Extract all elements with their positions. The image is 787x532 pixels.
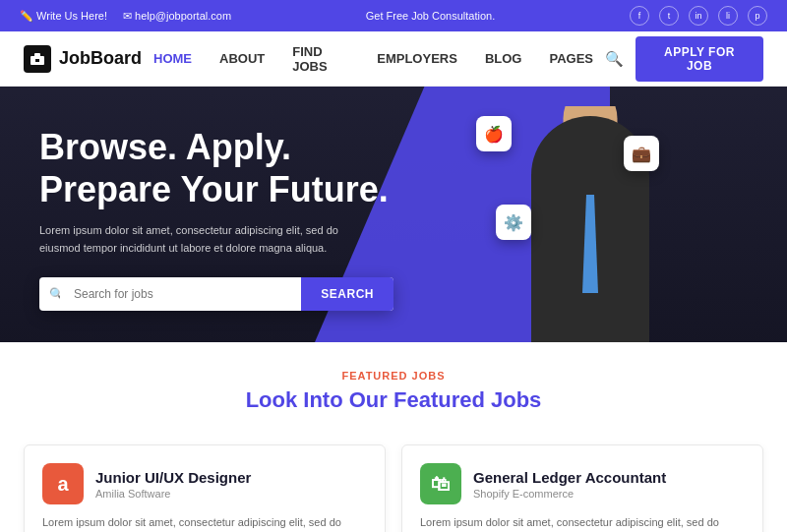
hero-content: Browse. Apply. Prepare Your Future. Lore…: [39, 126, 394, 311]
jobs-grid: a Junior UI/UX Designer Amilia Software …: [0, 429, 787, 532]
job-info: General Ledger Accountant Shopify E-comm…: [473, 469, 666, 500]
nav-pages[interactable]: PAGES: [537, 45, 605, 72]
job-logo-amilia: a: [42, 463, 84, 504]
featured-title: Look Into Our Featured Jobs: [24, 387, 763, 413]
consultation-text: Get Free Job Consultation.: [366, 10, 495, 22]
search-icon[interactable]: 🔍: [605, 50, 624, 68]
main-nav: HOME ABOUT FIND JOBS EMPLOYERS BLOG PAGE…: [142, 38, 605, 80]
apply-for-job-button[interactable]: APPLY FOR JOB: [636, 36, 763, 82]
pinterest-icon[interactable]: p: [748, 6, 767, 26]
logo-icon: [24, 45, 51, 73]
nav-about[interactable]: ABOUT: [208, 45, 276, 72]
person-tie: [580, 195, 600, 293]
job-search-bar: 🔍 SEARCH: [39, 277, 394, 311]
job-title: Junior UI/UX Designer: [95, 469, 251, 486]
nav-blog[interactable]: BLOG: [473, 45, 534, 72]
job-description: Lorem ipsum dolor sit amet, consectetur …: [42, 514, 367, 532]
nav-actions: 🔍 APPLY FOR JOB: [605, 36, 763, 82]
search-input[interactable]: [60, 277, 301, 311]
featured-section: FEATURED JOBS Look Into Our Featured Job…: [0, 342, 787, 429]
logo[interactable]: JobBoard: [24, 45, 142, 73]
facebook-icon[interactable]: f: [630, 6, 649, 26]
email-label: ✉ help@jobportal.com: [123, 10, 231, 23]
job-info: Junior UI/UX Designer Amilia Software: [95, 469, 251, 500]
job-card: a Junior UI/UX Designer Amilia Software …: [24, 444, 386, 532]
apple-icon: 🍎: [484, 125, 504, 144]
instagram-icon[interactable]: in: [689, 6, 708, 26]
featured-label: FEATURED JOBS: [24, 370, 763, 382]
hero-subtitle: Lorem ipsum dolor sit amet, consectetur …: [39, 222, 354, 257]
svg-rect-2: [35, 59, 39, 62]
job-company: Amilia Software: [95, 488, 251, 500]
top-bar-left: ✏️ Write Us Here! ✉ help@jobportal.com: [20, 10, 231, 23]
svg-rect-1: [34, 53, 40, 57]
gear-icon: ⚙️: [504, 213, 523, 232]
nav-employers[interactable]: EMPLOYERS: [365, 45, 469, 72]
float-icon-briefcase: 💼: [624, 136, 659, 171]
header: JobBoard HOME ABOUT FIND JOBS EMPLOYERS …: [0, 31, 787, 87]
write-us-label: ✏️ Write Us Here!: [20, 10, 107, 23]
top-bar: ✏️ Write Us Here! ✉ help@jobportal.com G…: [0, 0, 787, 31]
nav-home[interactable]: HOME: [142, 45, 204, 72]
job-card-header: a Junior UI/UX Designer Amilia Software: [42, 463, 367, 504]
briefcase-icon: 💼: [632, 145, 651, 163]
hero-title: Browse. Apply. Prepare Your Future.: [39, 126, 394, 210]
job-title: General Ledger Accountant: [473, 469, 666, 486]
logo-text: JobBoard: [59, 48, 142, 69]
nav-find-jobs[interactable]: FIND JOBS: [280, 38, 361, 80]
linkedin-icon[interactable]: li: [718, 6, 738, 26]
search-button[interactable]: SEARCH: [301, 277, 394, 311]
job-logo-shopify: 🛍: [420, 463, 461, 504]
job-company: Shopify E-commerce: [473, 488, 666, 500]
job-card-header: 🛍 General Ledger Accountant Shopify E-co…: [420, 463, 745, 504]
float-icon-gear: ⚙️: [496, 205, 531, 240]
float-icon-apple: 🍎: [476, 116, 512, 151]
job-card: 🛍 General Ledger Accountant Shopify E-co…: [401, 444, 763, 532]
job-description: Lorem ipsum dolor sit amet, consectetur …: [420, 514, 745, 532]
twitter-icon[interactable]: t: [659, 6, 679, 26]
hero-section: 🍎 💼 ⚙️ Browse. Apply. Prepare Your Futur…: [0, 87, 787, 342]
social-icons: f t in li p: [630, 6, 767, 26]
